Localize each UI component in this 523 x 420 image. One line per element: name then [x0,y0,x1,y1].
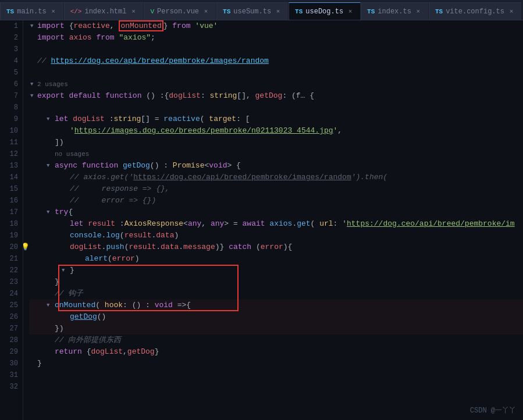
code-line-21: alert(error) [29,253,523,265]
line-num-26: 26 [0,311,18,323]
tab-label: vite.config.ts [446,8,504,16]
code-line-11: ]) [29,137,523,148]
fold-arrow-9[interactable]: ▼ [47,113,49,125]
lightbulb-icon: 💡 [23,241,30,253]
html-icon: </> [70,8,82,15]
line-num-10: 10 [0,125,18,137]
code-line-13: ▼ async function getDog() : Promise<void… [29,160,523,172]
ts-icon: TS [295,8,303,15]
code-line-24: // 钩子 [29,288,523,300]
tab-usesum-ts[interactable]: TS useSum.ts × [216,2,289,20]
code-line-2: import axios from "axios"; [29,32,523,44]
code-line-19: console.log(result.data) [29,230,523,241]
ts-icon: TS [435,8,443,15]
code-line-25: ▼ onMounted( hook: () : void =>{ [29,300,523,311]
code-line-20: 💡 dogList.push(result.data.message)} cat… [29,241,523,253]
tab-label: useSum.ts [233,8,271,16]
vue-icon: V [150,8,154,15]
fold-arrow-7[interactable]: ▼ [30,90,33,102]
tab-person-vue[interactable]: V Person.vue × [144,2,216,20]
tab-usedog-ts[interactable]: TS useDog.ts × [289,2,361,20]
code-line-5 [29,67,523,79]
line-num-4: 4 [0,55,18,67]
fold-arrow-1[interactable]: ▼ [30,20,33,32]
line-num-32: 32 [0,381,18,393]
line-num-13: 13 [0,160,18,172]
code-line-16: // error => {}) [29,195,523,207]
line-num-19: 19 [0,230,18,241]
line-num-1: 1 [0,20,18,32]
fold-arrow-25[interactable]: ▼ [47,300,49,311]
line-num-29: 29 [0,346,18,358]
code-line-6: ▼ 2 usages [29,79,523,90]
fold-arrow-22[interactable]: ▼ [62,265,65,276]
code-line-26: getDog() [29,311,523,323]
fold-arrow-6[interactable]: ▼ [30,79,33,90]
tab-close-vite[interactable]: × [507,8,515,16]
ts-icon: TS [223,8,230,15]
watermark: CSDN @一丫丫 [470,405,516,415]
code-line-17: ▼ try{ [29,207,523,218]
line-num-7: 7 [0,90,18,102]
code-line-22: ▼ } [29,265,523,276]
line-num-16: 16 [0,195,18,207]
line-num-27: 27 [0,323,18,334]
tab-close-usesum[interactable]: × [274,8,282,16]
line-num-8: 8 [0,102,18,113]
code-line-12: no usages [29,148,523,160]
code-line-8 [29,102,523,113]
line-num-24: 24 [0,288,18,300]
code-line-18: let result :AxiosResponse<any, any> = aw… [29,218,523,230]
tab-close-main[interactable]: × [49,8,58,16]
code-line-4: // https://dog.ceo/api/breed/pembroke/im… [29,55,523,67]
code-line-14: // axios.get('https://dog.ceo/api/breed/… [29,172,523,183]
code-line-27: }) [29,323,523,334]
tab-vite-config-ts[interactable]: TS vite.config.ts × [429,2,522,20]
code-content: ▼ import {reactive, onMounted} from 'vue… [23,20,523,420]
tab-close-index-html[interactable]: × [129,8,137,16]
code-line-15: // response => {}, [29,183,523,195]
tab-index-html[interactable]: </> index.html × [64,2,144,20]
tab-label: useDog.ts [305,8,343,16]
ts-icon: TS [6,8,14,15]
tab-label: main.ts [17,8,46,16]
line-num-22: 22 [0,265,18,276]
tab-bar: TS main.ts × </> index.html × V Person.v… [0,0,523,20]
tab-label: Person.vue [157,8,199,16]
line-num-9: 9 [0,113,18,125]
line-num-28: 28 [0,334,18,346]
code-area: 1 2 3 4 5 6 7 8 9 10 11 12 13 14 15 16 1… [0,20,523,420]
tab-main-ts[interactable]: TS main.ts × [0,2,64,20]
line-num-25: 25 [0,300,18,311]
code-line-30: } [29,358,523,369]
tab-index-ts[interactable]: TS index.ts × [361,2,429,20]
line-num-6: 6 [0,79,18,90]
line-num-3: 3 [0,44,18,55]
line-num-31: 31 [0,369,18,381]
code-line-28: // 向外部提供东西 [29,334,523,346]
tab-close-person[interactable]: × [202,8,210,16]
line-num-5: 5 [0,67,18,79]
line-num-20: 20 [0,241,18,253]
code-line-3 [29,44,523,55]
code-line-23: } [29,276,523,288]
fold-arrow-13[interactable]: ▼ [47,160,49,172]
line-num-14: 14 [0,172,18,183]
line-num-11: 11 [0,137,18,148]
line-num-12: 12 [0,148,18,160]
line-num-2: 2 [0,32,18,44]
line-num-18: 18 [0,218,18,230]
line-num-23: 23 [0,276,18,288]
code-line-9: ▼ let dogList :string[] = reactive( targ… [29,113,523,125]
tab-close-index-ts[interactable]: × [414,8,422,16]
code-line-29: return {dogList,getDog} [29,346,523,358]
tab-label: index.ts [378,8,411,16]
code-line-7: ▼ export default function () :{dogList: … [29,90,523,102]
code-line-10: 'https://images.dog.ceo/breeds/pembroke/… [29,125,523,137]
fold-arrow-17[interactable]: ▼ [47,207,49,218]
ts-icon: TS [367,8,375,15]
line-numbers: 1 2 3 4 5 6 7 8 9 10 11 12 13 14 15 16 1… [0,20,23,420]
line-num-15: 15 [0,183,18,195]
tab-label: index.html [84,8,126,16]
tab-close-usedog[interactable]: × [346,8,354,16]
